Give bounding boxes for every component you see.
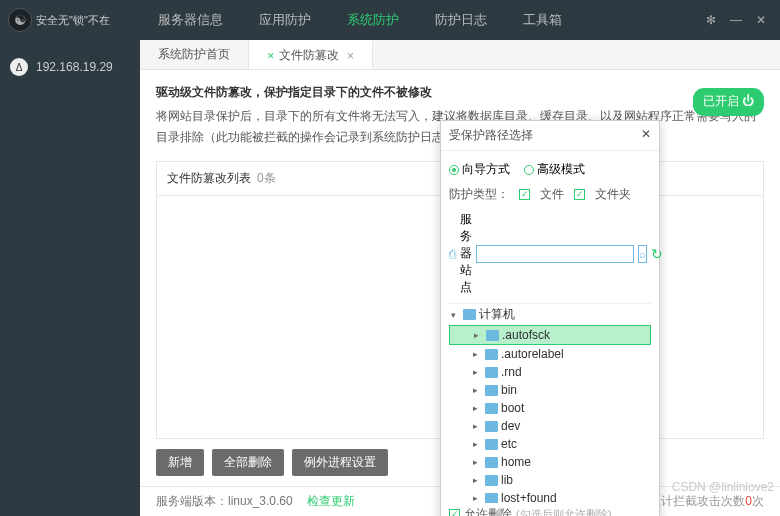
sidebar-item-server[interactable]: Δ 192.168.19.29 xyxy=(0,50,140,84)
version-label: 服务端版本：linux_3.0.60 xyxy=(156,493,293,510)
folder-checkbox[interactable]: ✓ xyxy=(574,189,585,200)
delete-all-button[interactable]: 全部删除 xyxy=(212,449,284,476)
search-label: 服务器站点 xyxy=(460,211,472,296)
tree-root[interactable]: ▾计算机 xyxy=(449,304,651,325)
app-logo: ☯ 安全无"锁"不在 xyxy=(0,8,140,32)
tab-icon: ✕ xyxy=(267,51,275,61)
list-title: 文件防篡改列表 xyxy=(167,170,251,187)
mode-row: 向导方式 高级模式 xyxy=(449,157,651,182)
allow-delete-row: ✓ 允许删除 (勾选后则允许删除) xyxy=(449,503,651,516)
desc-title: 驱动级文件防篡改，保护指定目录下的文件不被修改 xyxy=(156,82,764,104)
sidebar-item-label: 192.168.19.29 xyxy=(36,60,113,74)
stats: 累计拦截攻击次数0次 xyxy=(649,493,764,510)
tree-node[interactable]: ▸dev xyxy=(449,417,651,435)
logo-icon: ☯ xyxy=(8,8,32,32)
mode-advanced-radio[interactable]: 高级模式 xyxy=(524,161,585,178)
nav-tab[interactable]: 系统防护 xyxy=(329,0,417,40)
tree-node[interactable]: ▸.autorelabel xyxy=(449,345,651,363)
tree-node[interactable]: ▸lost+found xyxy=(449,489,651,503)
window-controls: ✻ — ✕ xyxy=(706,13,780,27)
folder-icon xyxy=(486,330,499,341)
titlebar: ☯ 安全无"锁"不在 服务器信息应用防护系统防护防护日志工具箱 ✻ — ✕ xyxy=(0,0,780,40)
nav-tabs: 服务器信息应用防护系统防护防护日志工具箱 xyxy=(140,0,580,40)
computer-icon xyxy=(463,309,476,320)
folder-icon xyxy=(485,421,498,432)
nav-tab[interactable]: 服务器信息 xyxy=(140,0,241,40)
power-icon: ⏻ xyxy=(742,91,754,113)
tree-node[interactable]: ▸bin xyxy=(449,381,651,399)
folder-icon xyxy=(485,457,498,468)
mode-wizard-radio[interactable]: 向导方式 xyxy=(449,161,510,178)
logo-text: 安全无"锁"不在 xyxy=(36,13,110,28)
tree-node[interactable]: ▸etc xyxy=(449,435,651,453)
nav-tab[interactable]: 应用防护 xyxy=(241,0,329,40)
tree-node[interactable]: ▸lib xyxy=(449,471,651,489)
search-icon[interactable]: ⌕ xyxy=(638,245,647,263)
nav-tab[interactable]: 防护日志 xyxy=(417,0,505,40)
site-icon: ⎙ xyxy=(449,247,456,261)
sidebar: Δ 192.168.19.29 xyxy=(0,40,140,516)
folder-icon xyxy=(485,439,498,450)
list-count: 0条 xyxy=(257,170,276,187)
minimize-icon[interactable]: — xyxy=(730,13,742,27)
folder-tree: ▾计算机 ▸.autofsck▸.autorelabel▸.rnd▸bin▸bo… xyxy=(449,303,651,503)
search-row: ⎙ 服务器站点 ⌕ ↻ xyxy=(449,207,651,300)
sub-tab[interactable]: ✕文件防篡改× xyxy=(249,40,373,69)
host-icon: Δ xyxy=(10,58,28,76)
check-update-link[interactable]: 检查更新 xyxy=(307,493,355,510)
path-dialog: 受保护路径选择 ✕ 向导方式 高级模式 防护类型： ✓文件 ✓文件夹 ⎙ 服务器… xyxy=(440,120,660,516)
folder-icon xyxy=(485,475,498,486)
type-row: 防护类型： ✓文件 ✓文件夹 xyxy=(449,182,651,207)
dialog-header: 受保护路径选择 ✕ xyxy=(441,121,659,151)
dialog-close-icon[interactable]: ✕ xyxy=(641,127,651,144)
allow-delete-checkbox[interactable]: ✓ xyxy=(449,509,460,516)
folder-icon xyxy=(485,385,498,396)
exception-button[interactable]: 例外进程设置 xyxy=(292,449,388,476)
add-button[interactable]: 新增 xyxy=(156,449,204,476)
close-icon[interactable]: ✕ xyxy=(756,13,766,27)
type-label: 防护类型： xyxy=(449,186,509,203)
watermark: CSDN @linlinlove2 xyxy=(672,480,774,494)
folder-icon xyxy=(485,367,498,378)
search-input[interactable] xyxy=(476,245,634,263)
tree-node[interactable]: ▸.rnd xyxy=(449,363,651,381)
sub-tabs: 系统防护首页✕文件防篡改× xyxy=(140,40,780,70)
tree-node[interactable]: ▸.autofsck xyxy=(449,325,651,345)
enable-toggle[interactable]: 已开启 ⏻ xyxy=(693,88,764,116)
folder-icon xyxy=(485,349,498,360)
folder-icon xyxy=(485,493,498,504)
sub-tab[interactable]: 系统防护首页 xyxy=(140,40,249,69)
tab-close-icon[interactable]: × xyxy=(347,49,354,63)
dialog-title: 受保护路径选择 xyxy=(449,127,533,144)
toggle-label: 已开启 xyxy=(703,91,739,113)
settings-icon[interactable]: ✻ xyxy=(706,13,716,27)
tree-node[interactable]: ▸home xyxy=(449,453,651,471)
folder-icon xyxy=(485,403,498,414)
refresh-icon[interactable]: ↻ xyxy=(651,246,663,262)
file-checkbox[interactable]: ✓ xyxy=(519,189,530,200)
nav-tab[interactable]: 工具箱 xyxy=(505,0,580,40)
tree-node[interactable]: ▸boot xyxy=(449,399,651,417)
